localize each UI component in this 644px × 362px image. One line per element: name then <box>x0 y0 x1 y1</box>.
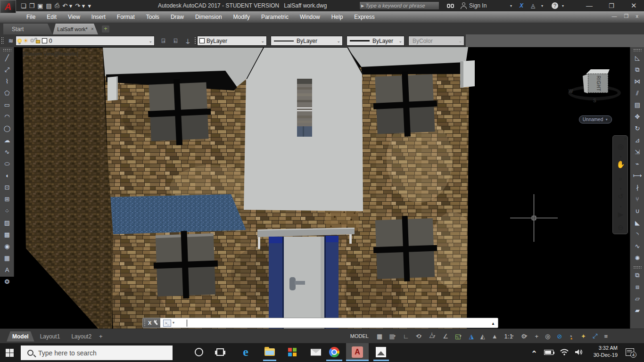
point-icon[interactable]: ⁘ <box>0 206 14 217</box>
signin-label[interactable]: Sign In <box>469 0 487 11</box>
layout1-tab[interactable]: Layout1 <box>34 331 66 342</box>
array-icon[interactable]: ▤ <box>630 99 644 111</box>
polyline-icon[interactable]: ⌇ <box>0 76 14 88</box>
help-search-input[interactable]: ▶ Type a keyword or phrase <box>359 1 439 10</box>
menu-window[interactable]: Window <box>294 11 326 23</box>
rectangle-icon[interactable]: ▭ <box>0 99 14 111</box>
command-wrench-icon[interactable] <box>153 320 158 326</box>
tab-close-icon[interactable]: × <box>91 26 94 32</box>
bring-to-front-icon[interactable]: ⧉ <box>630 270 644 281</box>
navbar-collapse-icon[interactable]: ⊖ <box>613 223 628 232</box>
blend-icon[interactable]: ∿ <box>630 241 644 253</box>
cortana-button[interactable] <box>189 343 209 361</box>
annotation-visibility-icon[interactable]: ◮ <box>466 332 476 341</box>
explode-icon[interactable]: ✺ <box>630 253 644 264</box>
menu-view[interactable]: View <box>62 11 86 23</box>
layer-previous-icon[interactable]: ⍇ <box>170 36 182 46</box>
edge-icon[interactable]: e <box>235 343 256 361</box>
model-space-badge[interactable]: MODEL <box>347 331 372 341</box>
draw-toolbar-grip[interactable] <box>3 49 11 51</box>
scale-value[interactable]: 1:1▾ <box>501 332 517 341</box>
construction-line-icon[interactable]: ⤢ <box>0 64 14 76</box>
binoculars-icon[interactable] <box>447 0 454 11</box>
menu-file[interactable]: File <box>21 11 41 23</box>
mirror-icon[interactable]: ⋈ <box>630 76 644 88</box>
menu-dimension[interactable]: Dimension <box>190 11 228 23</box>
stretch-icon[interactable]: ⇲ <box>630 147 644 158</box>
isolate-objects-icon[interactable]: ◎ <box>542 332 553 341</box>
join-icon[interactable]: ∪ <box>630 206 644 217</box>
new-tab-button[interactable]: + <box>102 25 109 33</box>
command-input[interactable]: >_ ▾ ▲ <box>160 318 498 328</box>
tab-start[interactable]: Start <box>3 24 52 34</box>
polar-tracking-icon[interactable]: ⟲▾ <box>413 332 425 341</box>
layer-lock-icon[interactable] <box>36 40 40 43</box>
plotstyle-select[interactable]: ByColor⌄ <box>408 36 464 46</box>
menu-express[interactable]: Express <box>348 11 380 23</box>
plot-icon[interactable]: ⎙ <box>55 2 59 9</box>
hatch-icon[interactable]: ▨ <box>0 217 14 229</box>
layer-color-swatch[interactable] <box>42 38 47 43</box>
layer-select[interactable]: ☀ ❂ 0 ⌄ <box>16 36 155 46</box>
file-explorer-icon[interactable] <box>259 343 280 361</box>
send-under-icon[interactable]: ▰ <box>630 305 644 317</box>
point-style-icon[interactable]: ❂ <box>0 276 14 288</box>
chamfer-icon[interactable]: ◣ <box>630 217 644 229</box>
bring-above-icon[interactable]: ▱ <box>630 293 644 305</box>
steering-wheel-icon[interactable]: ◎ <box>613 142 628 151</box>
layer-dropdown-icon[interactable]: ⌄ <box>149 39 152 43</box>
command-line[interactable]: X >_ ▾ ▲ <box>142 318 498 328</box>
new-icon[interactable]: ❏ <box>21 2 26 9</box>
annotation-monitor-icon[interactable]: + <box>531 332 541 341</box>
showmotion-icon[interactable]: ▶ <box>613 210 628 219</box>
layer-states-icon[interactable]: ⍊ <box>182 36 194 46</box>
layer-thaw-icon[interactable]: ☀ <box>23 37 29 44</box>
photos-icon[interactable] <box>371 343 391 361</box>
break-icon[interactable]: ⑂ <box>630 194 644 206</box>
extend-icon[interactable]: ⟼ <box>630 170 644 182</box>
pan-icon[interactable]: ✋ <box>613 160 628 169</box>
command-prompt-icon[interactable]: >_ <box>163 320 171 327</box>
viewcube-view-label[interactable]: Unnamed▼ <box>579 115 612 123</box>
insert-block-icon[interactable]: ⊡ <box>0 182 14 194</box>
zoom-dropdown-icon[interactable]: ▾ <box>613 187 628 191</box>
redo-icon[interactable]: ↷ ▾ <box>75 2 85 9</box>
scale-icon[interactable]: ⊿ <box>630 135 644 147</box>
menu-parametric[interactable]: Parametric <box>256 11 294 23</box>
annotation-scale-icon[interactable]: ▲ <box>488 332 500 341</box>
arc-icon[interactable]: ◠ <box>0 111 14 123</box>
workspace-gear-icon[interactable]: ⚙▾ <box>518 332 530 341</box>
lineweight-select[interactable]: ByLayer⌄ <box>347 36 405 46</box>
gradient-icon[interactable]: ▩ <box>0 229 14 241</box>
navbar-close-icon[interactable]: ✕ <box>618 137 630 141</box>
erase-icon[interactable]: ◺ <box>630 52 644 64</box>
autocad-logo[interactable]: A <box>0 0 16 13</box>
ortho-icon[interactable]: ∟ <box>400 332 412 341</box>
mail-icon[interactable] <box>305 343 326 361</box>
make-layer-current-icon[interactable]: ⍈ <box>157 36 169 46</box>
view-style-annotation[interactable]: [Custom View][Realistic] <box>23 51 78 57</box>
help-dropdown-icon[interactable]: ▾ <box>562 0 564 11</box>
line-tool-icon[interactable]: ╱ <box>0 52 14 64</box>
color-select[interactable]: ByLayer⌄ <box>197 36 267 46</box>
layer-properties-icon[interactable]: ≋ <box>5 36 17 46</box>
signin-dropdown-icon[interactable]: ▾ <box>510 0 512 11</box>
store-icon[interactable] <box>282 343 303 361</box>
copy-icon[interactable]: ⧉ <box>630 64 644 76</box>
linetype-select[interactable]: ByLayer⌄ <box>271 36 343 46</box>
status-menu-icon[interactable]: ≡ <box>601 332 610 341</box>
maximize-button[interactable]: ❐ <box>609 0 614 11</box>
revision-cloud-icon[interactable]: ☁ <box>0 135 14 147</box>
a360-icon[interactable]: ◬ <box>531 0 535 11</box>
menu-draw[interactable]: Draw <box>165 11 190 23</box>
tray-expand-icon[interactable]: ⌃ <box>527 343 541 361</box>
undo-icon[interactable]: ↶ ▾ <box>62 2 72 9</box>
object-snap-tracking-icon[interactable]: ∠ <box>439 332 451 341</box>
snap-icon[interactable]: ▦▾ <box>386 332 399 341</box>
action-center-icon[interactable]: 4 <box>620 343 639 361</box>
orbit-icon[interactable]: ↺ <box>613 192 628 201</box>
menu-edit[interactable]: Edit <box>41 11 62 23</box>
model-layout-tab[interactable]: Model <box>7 331 34 342</box>
autosave-icon[interactable]: ✦ <box>578 332 588 341</box>
linetype-dropdown-icon[interactable]: ⌄ <box>337 39 340 43</box>
